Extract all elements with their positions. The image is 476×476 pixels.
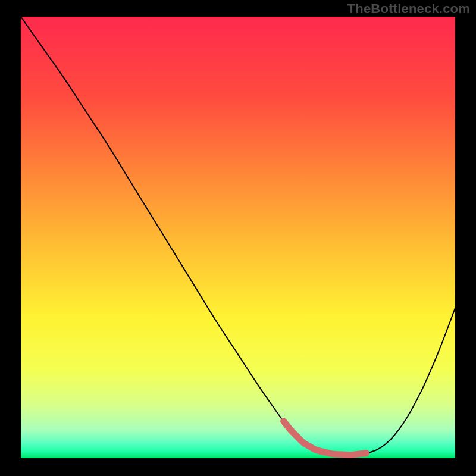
gradient-background xyxy=(21,17,455,458)
optimal-range-end-dot xyxy=(363,450,369,456)
watermark-text: TheBottleneck.com xyxy=(347,1,470,17)
plot-area xyxy=(21,17,455,458)
chart-svg xyxy=(21,17,455,458)
chart-frame: TheBottleneck.com xyxy=(0,0,476,476)
